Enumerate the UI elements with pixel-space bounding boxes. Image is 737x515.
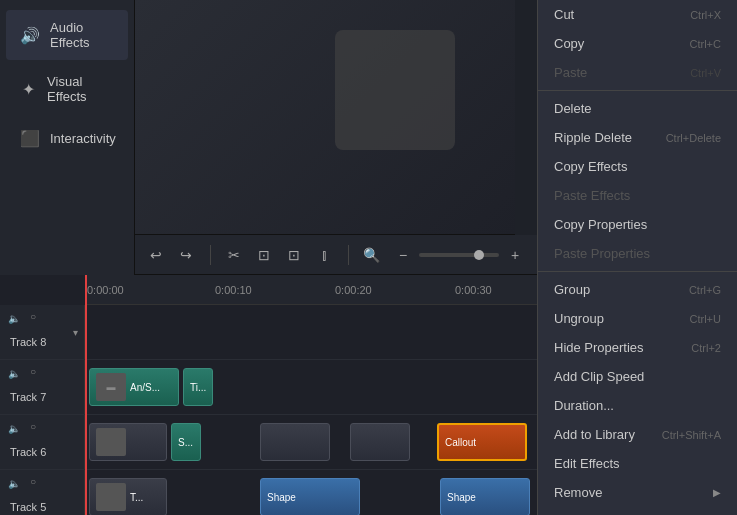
menu-item-ripple-delete[interactable]: Ripple DeleteCtrl+Delete [538,123,737,152]
split-button[interactable]: ⫿ [313,243,335,267]
zoom-track[interactable] [419,253,499,257]
time-mark-20: 0:00:20 [335,284,372,296]
menu-item-remove[interactable]: Remove▶ [538,478,737,507]
menu-item-label: Copy Properties [554,217,647,232]
track-5-clip-1[interactable]: T... [89,478,167,515]
track-7-clip-2[interactable]: Ti... [183,368,213,406]
track-5-shape-1[interactable]: Shape [260,478,360,515]
menu-separator [538,271,737,272]
menu-item-paste-properties: Paste Properties [538,239,737,268]
track-8-mute[interactable]: ○ [30,311,36,322]
track-6-vol-icon: 🔈 [8,423,20,434]
menu-item-copy[interactable]: CopyCtrl+C [538,29,737,58]
visual-icon: ✦ [20,79,37,99]
track-7-vol-icon: 🔈 [8,368,20,379]
menu-item-add-to-library[interactable]: Add to LibraryCtrl+Shift+A [538,420,737,449]
menu-item-label: Paste Effects [554,188,630,203]
menu-item-label: Group [554,282,590,297]
time-mark-30: 0:00:30 [455,284,492,296]
menu-item-ungroup[interactable]: UngroupCtrl+U [538,304,737,333]
track-7-name: Track 7 [10,391,84,403]
menu-item-shortcut: Ctrl+Shift+A [662,429,721,441]
time-mark-10: 0:00:10 [215,284,252,296]
menu-item-paste-effects: Paste Effects [538,181,737,210]
track-6-clip-2[interactable]: S... [171,423,201,461]
redo-button[interactable]: ↪ [175,243,197,267]
menu-item-label: Remove [554,485,602,500]
split-icon: ⫿ [321,247,328,263]
undo-button[interactable]: ↩ [145,243,167,267]
undo-icon: ↩ [150,247,162,263]
track-6-name: Track 6 [10,446,84,458]
track-6-clip-selected[interactable]: Callout [437,423,527,461]
zoom-in-button[interactable]: 🔍 [361,243,383,267]
menu-item-add-clip-speed[interactable]: Add Clip Speed [538,362,737,391]
clip-thumb-1: ▬ [96,373,126,401]
zoom-minus-button[interactable]: − [391,243,415,267]
track-7-mute[interactable]: ○ [30,366,36,377]
copy-button[interactable]: ⊡ [253,243,275,267]
menu-item-cut[interactable]: CutCtrl+X [538,0,737,29]
copy-icon: ⊡ [258,247,270,263]
paste-icon: ⊡ [288,247,300,263]
menu-item-shortcut: Ctrl+2 [691,342,721,354]
track-6-label: 🔈 ○ Track 6 [0,415,85,469]
redo-icon: ↪ [180,247,192,263]
menu-item-label: Hide Properties [554,340,644,355]
track-8-vol-icon: 🔈 [8,313,20,324]
zoom-slider[interactable]: − + [391,243,527,267]
clip-4-name: T... [130,492,143,503]
shape-2-name: Shape [447,492,476,503]
track-6-clip-4[interactable] [350,423,410,461]
audio-icon: 🔊 [20,25,40,45]
menu-item-hide-properties[interactable]: Hide PropertiesCtrl+2 [538,333,737,362]
nav-interactivity[interactable]: ⬛ Interactivity [6,118,128,158]
timeline-toolbar: ↩ ↪ ✂ ⊡ ⊡ ⫿ 🔍 − + [135,235,537,275]
zoom-thumb [474,250,484,260]
interactivity-label: Interactivity [50,131,116,146]
menu-item-label: Edit Effects [554,456,620,471]
clip-thumb-2 [96,428,126,456]
menu-separator [538,90,737,91]
menu-item-copy-effects[interactable]: Copy Effects [538,152,737,181]
track-6-clip-1[interactable] [89,423,167,461]
track-5-label: 🔈 ○ Track 5 [0,470,85,515]
menu-item-label: Copy Effects [554,159,627,174]
track-5-name: Track 5 [10,501,84,513]
menu-item-label: Duration... [554,398,614,413]
menu-item-copy-properties[interactable]: Copy Properties [538,210,737,239]
cut-button[interactable]: ✂ [223,243,245,267]
track-6-mute[interactable]: ○ [30,421,36,432]
menu-item-label: Ungroup [554,311,604,326]
menu-item-label: Paste [554,65,587,80]
track-6-clip-3[interactable] [260,423,330,461]
nav-visual-effects[interactable]: ✦ Visual Effects [6,64,128,114]
time-mark-0: 0:00:00 [87,284,124,296]
magnify-icon: 🔍 [363,247,380,263]
nav-audio-effects[interactable]: 🔊 Audio Effects [6,10,128,60]
track-7-clip-1[interactable]: ▬ An/S... [89,368,179,406]
track-5-shape-2[interactable]: Shape [440,478,530,515]
menu-item-label: Cut [554,7,574,22]
menu-item-delete[interactable]: Delete [538,94,737,123]
menu-item-duration-[interactable]: Duration... [538,391,737,420]
preview-blob [335,30,455,150]
track-8-expand-icon[interactable]: ▾ [73,327,78,338]
clip-3-name: S... [178,437,193,448]
menu-item-shortcut: Ctrl+Delete [666,132,721,144]
menu-item-label: Delete [554,101,592,116]
menu-item-label: Add to Library [554,427,635,442]
menu-item-paste: PasteCtrl+V [538,58,737,87]
audio-effects-label: Audio Effects [50,20,114,50]
clip-selected-name: Callout [445,437,476,448]
paste-button[interactable]: ⊡ [283,243,305,267]
clip-thumb-3 [96,483,126,511]
menu-item-edit-effects[interactable]: Edit Effects [538,449,737,478]
menu-item-group[interactable]: GroupCtrl+G [538,275,737,304]
visual-effects-label: Visual Effects [47,74,114,104]
clip-2-name: Ti... [190,382,206,393]
toolbar-separator-1 [210,245,211,265]
menu-item-shortcut: Ctrl+X [690,9,721,21]
zoom-plus-button[interactable]: + [503,243,527,267]
track-5-mute[interactable]: ○ [30,476,36,487]
